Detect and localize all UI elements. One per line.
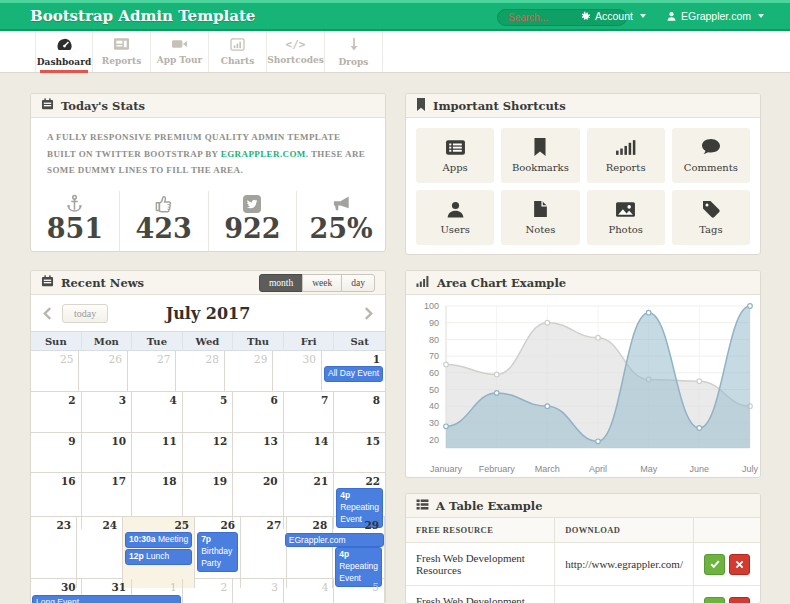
top-menu: Account EGrappler.com [580,3,764,29]
calendar-event-birthday[interactable]: 7p Birthday Party [197,532,238,572]
calendar-day-cell[interactable]: 5 [183,392,234,432]
calendar-day-cell[interactable]: 2 [183,579,234,604]
right-column: Important Shortcuts Apps Bookmarks Repor… [405,93,761,604]
calendar-day-cell[interactable]: 2 [31,392,82,432]
chevron-left-icon[interactable] [43,307,52,320]
today-button[interactable]: today [62,304,108,323]
nav-item-app-tour[interactable]: App Tour [151,31,209,72]
view-week-button[interactable]: week [302,274,342,292]
calendar-day-cell[interactable]: 27 [241,517,287,588]
calendar-day-cell[interactable]: 24 [77,517,123,588]
delete-button[interactable] [729,554,750,575]
stat-value: 25% [297,213,385,244]
calendar-day-cell[interactable]: 23 [31,517,77,588]
app-title[interactable]: Bootstrap Admin Template [30,7,255,25]
panel-header: Today's Stats [31,94,385,118]
calendar-day-cell[interactable]: 26 [79,351,128,391]
calendar-day-cell[interactable]: 26 7p Birthday Party [195,517,241,588]
svg-text:May: May [640,464,658,474]
calendar-day-cell[interactable]: 4 [284,579,335,604]
nav-item-dashboard[interactable]: Dashboard [35,31,93,72]
approve-button[interactable] [704,554,725,575]
delete-button[interactable] [729,597,750,604]
calendar-day-cell[interactable]: 30 [273,351,322,391]
dow-label: Sun [31,332,82,351]
calendar-day-cell[interactable]: 29 4p Repeating Event [333,517,385,588]
calendar-event-meeting[interactable]: 10:30a Meeting [125,532,192,548]
calendar-event-all-day[interactable]: All Day Event [324,366,383,382]
shortcut-reports[interactable]: Reports [587,128,665,183]
calendar-day-cell-today[interactable]: 25 10:30a Meeting 12p Lunch [123,517,195,588]
resource-cell: Fresh Web Development Resources [406,586,555,604]
nav-item-charts[interactable]: Charts [209,31,267,72]
anchor-icon [31,193,119,213]
calendar-day-cell[interactable]: 29 [225,351,274,391]
twitter-icon [209,193,297,213]
approve-button[interactable] [704,597,725,604]
shortcut-apps[interactable]: Apps [416,128,494,183]
calendar-day-cell[interactable]: 3 [82,392,133,432]
stat-reach: 25% [297,191,385,252]
account-label: Account [595,10,633,22]
svg-text:100: 100 [424,301,439,311]
table-row: Fresh Web Development Resources http://w… [406,586,760,604]
nav-item-shortcodes[interactable]: </> Shortcodes [267,31,325,72]
dashboard-icon [56,37,73,54]
shortcut-label: Tags [699,224,722,235]
calendar-day-cell[interactable]: 28 [287,517,333,588]
user-label: EGrappler.com [681,10,751,22]
calendar-day-cell[interactable]: 28 [176,351,224,391]
shortcuts-grid: Apps Bookmarks Reports Comments Users No… [406,118,760,255]
stat-value: 423 [120,213,208,244]
user-icon [666,11,677,22]
stat-likes: 423 [120,191,209,252]
view-day-button[interactable]: day [341,274,375,292]
shortcut-photos[interactable]: Photos [587,190,665,245]
calendar-day-cell[interactable]: 5 [334,579,385,604]
svg-text:April: April [589,464,607,474]
view-month-button[interactable]: month [259,274,303,292]
nav-item-drops[interactable]: Drops [325,31,383,72]
nav-label: Dashboard [37,57,91,67]
panel-title: Important Shortcuts [433,99,566,113]
calendar-day-cell[interactable]: 27 [128,351,177,391]
shortcut-notes[interactable]: Notes [501,190,579,245]
nav-item-reports[interactable]: Reports [93,31,151,72]
calendar-icon [41,98,54,113]
dow-label: Tue [132,332,183,351]
calendar-day-cell[interactable]: 8 [334,392,385,432]
video-icon [171,38,188,52]
calendar-event-egrappler[interactable]: EGrappler.com [285,533,384,547]
dow-label: Fri [284,332,335,351]
egrappler-link[interactable]: EGRAPPLER.COM [221,149,306,159]
calendar-day-cell[interactable]: 14 [284,433,335,472]
calendar-day-cell[interactable]: 9 [31,433,82,472]
calendar-day-cell[interactable]: 13 [233,433,284,472]
calendar-day-cell[interactable]: 10 [82,433,133,472]
calendar-week: 23 24 25 10:30a Meeting 12p Lunch 26 7p … [31,517,385,579]
calendar-day-cell[interactable]: 12 [183,433,234,472]
calendar-day-cell[interactable]: 4 [132,392,183,432]
shortcut-users[interactable]: Users [416,190,494,245]
file-icon [533,200,548,220]
calendar-week: 25 26 27 28 29 30 1 All Day Event [31,351,385,392]
calendar-day-cell[interactable]: 1 All Day Event [322,351,385,391]
calendar-day-cell[interactable]: 7 [284,392,335,432]
chevron-right-icon[interactable] [364,307,373,320]
image-icon [615,201,636,220]
account-menu[interactable]: Account [580,10,646,22]
gear-icon [580,11,591,22]
calendar-day-cell[interactable]: 25 [31,351,79,391]
shortcut-tags[interactable]: Tags [672,190,750,245]
calendar-event-lunch[interactable]: 12p Lunch [125,549,192,565]
calendar-day-cell[interactable]: 11 [132,433,183,472]
calendar-day-cell[interactable]: 6 [233,392,284,432]
shortcut-comments[interactable]: Comments [672,128,750,183]
calendar-day-cell[interactable]: 15 [334,433,385,472]
svg-text:January: January [430,464,463,474]
calendar-event-long[interactable]: Long Event [32,595,181,604]
user-menu[interactable]: EGrappler.com [666,10,764,22]
nav-label: App Tour [157,55,203,65]
shortcut-bookmarks[interactable]: Bookmarks [501,128,579,183]
calendar-day-cell[interactable]: 3 [233,579,284,604]
